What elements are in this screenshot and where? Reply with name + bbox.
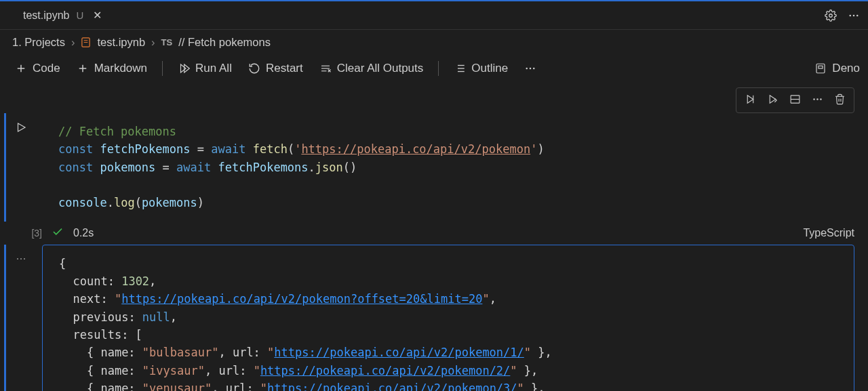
notebook-toolbar: Code Markdown Run All Restart Clear All … (0, 55, 868, 85)
svg-point-42 (820, 98, 821, 100)
separator (438, 61, 439, 76)
more-toolbar-icon[interactable] (517, 58, 543, 79)
execution-count: [3] (15, 228, 42, 239)
code-editor[interactable]: // Fetch pokemons const fetchPokemons = … (42, 113, 854, 222)
split-cell-icon[interactable] (789, 94, 801, 107)
svg-marker-43 (18, 123, 26, 131)
trash-icon[interactable] (834, 94, 846, 107)
tab-filename: test.ipynb (23, 9, 69, 22)
run-cell-button[interactable] (15, 121, 27, 136)
svg-point-3 (829, 14, 833, 17)
chevron-right-icon: › (71, 36, 75, 49)
separator (162, 61, 163, 76)
editor-tab[interactable]: test.ipynb U ✕ (8, 2, 111, 28)
cell-status-row: [3] 0.2s TypeScript (0, 222, 868, 245)
breadcrumb-file[interactable]: test.ipynb (97, 36, 145, 49)
cell-more-icon[interactable] (812, 94, 823, 107)
typescript-badge: TS (161, 37, 173, 47)
more-icon[interactable] (848, 9, 860, 22)
outline-button[interactable]: Outline (447, 58, 515, 79)
cell-action-toolbar (0, 85, 868, 113)
svg-point-28 (530, 68, 532, 70)
output-more-icon[interactable]: ··· (16, 251, 26, 391)
svg-point-5 (853, 14, 855, 16)
svg-point-4 (849, 14, 851, 16)
svg-point-27 (526, 68, 528, 70)
svg-marker-15 (184, 64, 190, 73)
cell-language[interactable]: TypeScript (803, 227, 854, 239)
svg-point-41 (816, 98, 818, 100)
close-icon[interactable]: ✕ (93, 9, 102, 22)
svg-point-6 (856, 14, 859, 16)
svg-point-29 (533, 68, 535, 70)
success-check-icon (52, 226, 64, 241)
svg-marker-14 (181, 64, 186, 73)
svg-marker-35 (747, 96, 753, 103)
restart-button[interactable]: Restart (241, 58, 310, 79)
svg-rect-31 (818, 66, 823, 68)
clear-outputs-button[interactable]: Clear All Outputs (313, 58, 431, 79)
add-markdown-button[interactable]: Markdown (70, 58, 154, 79)
run-cell-icon[interactable] (745, 94, 756, 107)
breadcrumb-root[interactable]: 1. Projects (12, 36, 65, 49)
gear-icon[interactable] (825, 9, 837, 22)
output-cell: ··· { count: 1302, next: "https://pokeap… (0, 245, 868, 391)
tab-modified-status: U (76, 9, 83, 21)
run-below-icon[interactable] (767, 94, 778, 107)
code-cell: // Fetch pokemons const fetchPokemons = … (0, 113, 868, 222)
title-bar: test.ipynb U ✕ (0, 0, 868, 30)
breadcrumb-cell[interactable]: // Fetch pokemons (178, 36, 271, 49)
chevron-right-icon: › (151, 36, 155, 49)
output-body[interactable]: { count: 1302, next: "https://pokeapi.co… (42, 245, 854, 391)
breadcrumb: 1. Projects › test.ipynb › TS // Fetch p… (0, 30, 868, 55)
kernel-selector[interactable]: Deno (814, 62, 860, 75)
add-code-button[interactable]: Code (8, 58, 67, 79)
execution-time: 0.2s (73, 227, 94, 239)
svg-point-40 (813, 98, 814, 100)
notebook-icon (81, 37, 91, 47)
run-all-button[interactable]: Run All (171, 58, 239, 79)
